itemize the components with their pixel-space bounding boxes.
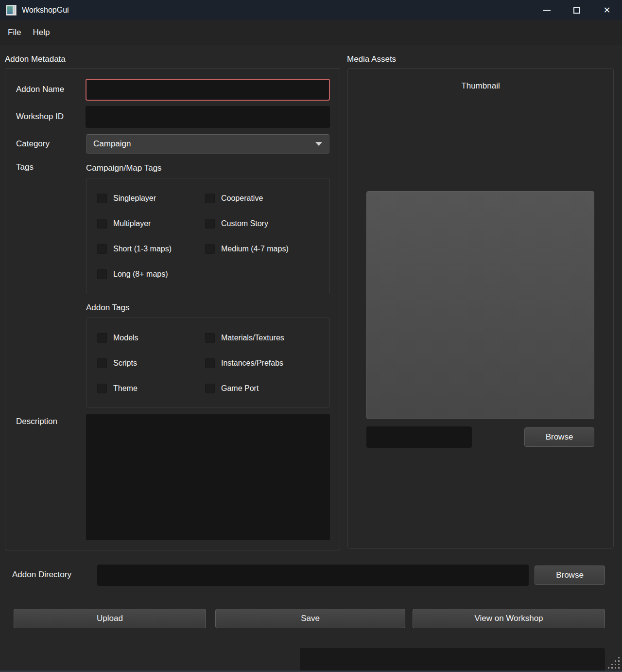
addon-metadata-header: Addon Metadata	[5, 54, 66, 64]
view-on-workshop-button[interactable]: View on Workshop	[413, 609, 605, 628]
addon-directory-label: Addon Directory	[12, 570, 71, 580]
cooperative-checkbox[interactable]	[205, 194, 215, 203]
description-textarea[interactable]	[86, 414, 330, 540]
media-assets-panel: Thumbnail Browse	[347, 68, 614, 548]
resize-grip[interactable]	[608, 657, 621, 670]
tag-short[interactable]: Short (1-3 maps)	[97, 244, 205, 254]
maximize-icon	[573, 7, 580, 14]
theme-checkbox[interactable]	[97, 384, 107, 393]
menu-help[interactable]: Help	[27, 25, 55, 40]
addon-directory-input[interactable]	[97, 565, 529, 586]
category-label: Category	[16, 139, 50, 149]
thumbnail-path-input[interactable]	[366, 426, 472, 448]
medium-checkbox[interactable]	[205, 244, 215, 254]
addon-tags-group: Models Materials/Textures Scripts Instan…	[86, 318, 330, 407]
addon-name-label: Addon Name	[16, 85, 64, 94]
instances-prefabs-checkbox[interactable]	[205, 358, 215, 368]
media-assets-header: Media Assets	[347, 54, 396, 64]
window-controls: ✕	[532, 0, 622, 20]
tag-long[interactable]: Long (8+ maps)	[97, 269, 205, 280]
game-port-checkbox[interactable]	[205, 384, 215, 393]
tag-instances-prefabs[interactable]: Instances/Prefabs	[205, 358, 329, 369]
addon-name-input[interactable]	[86, 79, 330, 101]
addon-directory-browse-button[interactable]: Browse	[535, 566, 605, 585]
minimize-button[interactable]	[532, 0, 562, 20]
materials-textures-checkbox[interactable]	[205, 333, 215, 343]
app-icon	[6, 5, 17, 16]
thumbnail-preview	[366, 191, 594, 419]
app-icon-pane	[7, 6, 13, 14]
status-box	[300, 648, 605, 672]
save-button[interactable]: Save	[215, 609, 405, 628]
addon-tags-title: Addon Tags	[86, 303, 129, 313]
addon-metadata-panel: Addon Name Workshop ID Category Campaign…	[5, 68, 340, 550]
tag-custom-story[interactable]: Custom Story	[205, 218, 329, 229]
tag-theme[interactable]: Theme	[97, 383, 205, 394]
tag-multiplayer[interactable]: Multiplayer	[97, 218, 205, 229]
tag-materials-textures[interactable]: Materials/Textures	[205, 333, 329, 343]
menubar: File Help	[0, 20, 622, 45]
tag-cooperative[interactable]: Cooperative	[205, 193, 329, 204]
chevron-down-icon	[315, 142, 322, 146]
workshop-id-input[interactable]	[86, 106, 330, 128]
tag-medium[interactable]: Medium (4-7 maps)	[205, 244, 329, 254]
long-checkbox[interactable]	[97, 269, 107, 279]
tags-label: Tags	[16, 162, 34, 172]
custom-story-checkbox[interactable]	[205, 219, 215, 229]
minimize-icon	[543, 10, 551, 11]
campaign-map-tags-title: Campaign/Map Tags	[86, 163, 162, 173]
tag-singleplayer[interactable]: Singleplayer	[97, 193, 205, 204]
short-checkbox[interactable]	[97, 244, 107, 254]
app-icon-strip	[14, 6, 15, 14]
campaign-map-tags-group: Singleplayer Cooperative Multiplayer Cus…	[86, 178, 330, 293]
window-title: WorkshopGui	[22, 6, 69, 15]
maximize-button[interactable]	[562, 0, 592, 20]
scripts-checkbox[interactable]	[97, 358, 107, 368]
tag-game-port[interactable]: Game Port	[205, 383, 329, 394]
singleplayer-checkbox[interactable]	[97, 194, 107, 203]
close-icon: ✕	[603, 6, 610, 15]
models-checkbox[interactable]	[97, 333, 107, 343]
multiplayer-checkbox[interactable]	[97, 219, 107, 229]
thumbnail-browse-button[interactable]: Browse	[524, 427, 594, 447]
upload-button[interactable]: Upload	[14, 609, 206, 628]
tag-scripts[interactable]: Scripts	[97, 358, 205, 369]
close-button[interactable]: ✕	[592, 0, 622, 20]
description-label: Description	[16, 417, 57, 426]
category-dropdown[interactable]: Campaign	[86, 134, 329, 154]
tag-models[interactable]: Models	[97, 333, 205, 343]
titlebar: WorkshopGui ✕	[0, 0, 622, 20]
thumbnail-label: Thumbnail	[348, 81, 613, 91]
category-selected-value: Campaign	[93, 139, 131, 149]
workshop-id-label: Workshop ID	[16, 112, 64, 122]
menu-file[interactable]: File	[2, 25, 27, 40]
